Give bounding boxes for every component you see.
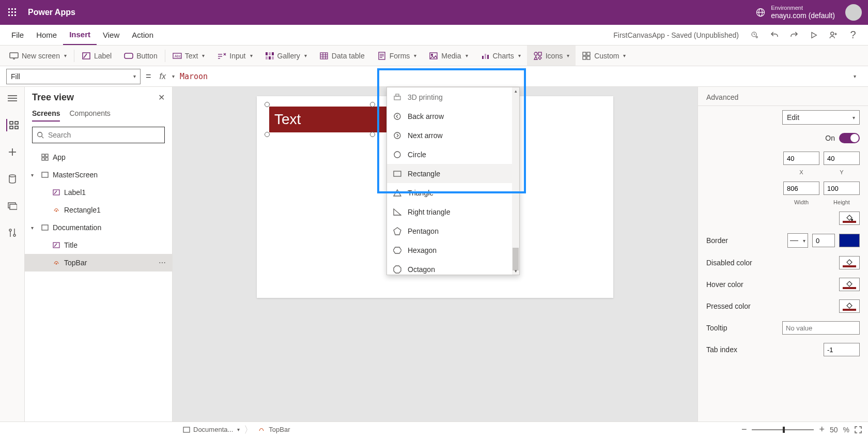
ribbon-media[interactable]: Media▾: [423, 46, 474, 66]
zoom-out-icon[interactable]: −: [741, 424, 747, 435]
display-mode-select[interactable]: Edit▾: [782, 110, 860, 125]
octagon-icon: [393, 265, 401, 274]
disabled-color-label: Disabled color: [706, 259, 835, 267]
pos-y-input[interactable]: [824, 152, 860, 165]
icon-option-triangle[interactable]: Triangle: [387, 183, 519, 202]
tab-components[interactable]: Components: [69, 106, 110, 122]
app-checker-icon[interactable]: [745, 25, 765, 45]
play-icon[interactable]: [804, 25, 824, 45]
expand-formula-icon[interactable]: ▾: [846, 73, 862, 79]
tab-screens[interactable]: Screens: [32, 106, 60, 122]
menu-action[interactable]: Action: [126, 25, 160, 45]
ribbon-charts[interactable]: Charts▾: [474, 46, 527, 66]
zoom-slider[interactable]: [752, 429, 814, 430]
svg-rect-92: [394, 171, 401, 176]
pressed-color-swatch[interactable]: [839, 299, 860, 313]
menu-home[interactable]: Home: [30, 25, 63, 45]
environment-value: enayu.com (default): [771, 11, 835, 20]
border-style-select[interactable]: ▾: [787, 233, 808, 248]
svg-rect-18: [10, 53, 18, 58]
svg-rect-1: [11, 8, 13, 10]
menu-file[interactable]: File: [5, 25, 30, 45]
tree-item-topbar[interactable]: TopBar⋯: [25, 254, 172, 272]
charts-icon: [481, 51, 490, 61]
media-rail-icon[interactable]: [6, 200, 19, 212]
avatar[interactable]: [845, 4, 862, 21]
tree-view-icon[interactable]: [6, 119, 19, 131]
icon-option-next-arrow[interactable]: Next arrow: [387, 126, 519, 145]
tree-search-input[interactable]: [48, 131, 160, 139]
tree-item-title[interactable]: Title: [25, 236, 172, 254]
add-icon[interactable]: [6, 146, 19, 158]
scroll-up-icon[interactable]: ▴: [512, 87, 519, 95]
icon-option-right-triangle[interactable]: Right triangle: [387, 202, 519, 221]
icon-option-back-arrow[interactable]: Back arrow: [387, 107, 519, 126]
environment-info[interactable]: Environment enayu.com (default): [771, 5, 835, 20]
more-icon[interactable]: ⋯: [159, 259, 166, 267]
ribbon-gallery[interactable]: Gallery▾: [259, 46, 313, 66]
close-icon[interactable]: ✕: [158, 93, 165, 102]
dropdown-scrollbar[interactable]: [512, 87, 519, 275]
icons-dropdown: 3D printing Back arrow Next arrow Circle…: [386, 87, 520, 275]
tree-item-app[interactable]: App: [25, 148, 172, 166]
tab-advanced[interactable]: Advanced: [706, 93, 738, 106]
share-icon[interactable]: [824, 25, 843, 45]
formula-input[interactable]: [180, 69, 841, 84]
data-icon[interactable]: [6, 173, 19, 185]
icon-option-hexagon[interactable]: Hexagon: [387, 240, 519, 260]
fill-swatch[interactable]: [839, 212, 860, 225]
zoom-in-icon[interactable]: +: [819, 424, 825, 435]
fullscreen-icon[interactable]: [855, 426, 862, 433]
tree-item-label1[interactable]: Label1: [25, 184, 172, 201]
ribbon-label[interactable]: Label: [75, 46, 118, 66]
icon-option-3d-printing[interactable]: 3D printing: [387, 87, 519, 107]
border-width-input[interactable]: [812, 234, 835, 247]
height-input[interactable]: [824, 182, 860, 195]
ribbon-forms[interactable]: Forms▾: [371, 46, 423, 66]
scroll-down-icon[interactable]: ▾: [512, 267, 519, 275]
hamburger-icon[interactable]: [6, 92, 19, 104]
breadcrumb-screen[interactable]: Documenta...▾: [179, 426, 244, 433]
icon-option-pentagon[interactable]: Pentagon: [387, 221, 519, 240]
ribbon-icons[interactable]: Icons▾: [527, 46, 576, 66]
redo-icon[interactable]: [784, 25, 804, 45]
gallery-icon: [265, 51, 274, 61]
waffle-icon[interactable]: [6, 6, 19, 19]
property-selector[interactable]: Fill▾: [6, 69, 141, 84]
handle-sw[interactable]: [265, 132, 270, 137]
icon-option-rectangle[interactable]: Rectangle: [387, 164, 519, 183]
canvas-area[interactable]: Text 3D printing Back arrow Next arrow C…: [173, 87, 698, 421]
ribbon-button[interactable]: Button: [118, 46, 163, 66]
hover-color-swatch[interactable]: [839, 278, 860, 291]
tree-item-master-screen[interactable]: ▾MasterScreen: [25, 166, 172, 184]
help-icon[interactable]: ?: [843, 25, 863, 45]
ribbon-input[interactable]: Input▾: [211, 46, 258, 66]
tooltip-input[interactable]: [782, 321, 860, 335]
visible-toggle[interactable]: [839, 133, 860, 143]
width-input[interactable]: [783, 182, 819, 195]
icon-option-circle[interactable]: Circle: [387, 145, 519, 164]
undo-icon[interactable]: [765, 25, 784, 45]
ribbon-new-screen[interactable]: New screen▾: [3, 46, 73, 66]
tree-item-rectangle1[interactable]: Rectangle1: [25, 201, 172, 219]
ribbon-data-table[interactable]: Data table: [313, 46, 371, 66]
screen-item-icon: [40, 170, 50, 179]
custom-icon: [582, 51, 591, 61]
tree-search[interactable]: [32, 127, 165, 143]
tabindex-input[interactable]: [824, 343, 860, 356]
menu-view[interactable]: View: [97, 25, 126, 45]
icon-option-octagon[interactable]: Octagon: [387, 260, 519, 275]
ribbon-custom[interactable]: Custom▾: [576, 46, 632, 66]
ribbon-text[interactable]: AbcText▾: [166, 46, 211, 66]
pos-x-input[interactable]: [783, 152, 819, 165]
border-color-swatch[interactable]: [839, 234, 860, 247]
ribbon-custom-label: Custom: [594, 52, 619, 60]
menu-insert[interactable]: Insert: [63, 25, 97, 45]
tools-icon[interactable]: [6, 227, 19, 239]
zoom-slider-thumb[interactable]: [783, 427, 785, 433]
tree-item-documentation[interactable]: ▾Documentation: [25, 219, 172, 236]
svg-point-73: [38, 132, 42, 137]
handle-s[interactable]: [370, 132, 375, 137]
breadcrumb-element[interactable]: TopBar: [253, 426, 294, 433]
disabled-color-swatch[interactable]: [839, 256, 860, 269]
